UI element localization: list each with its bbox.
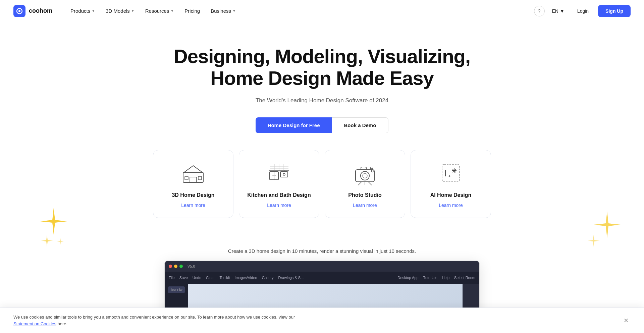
nav-item-3dmodels[interactable]: 3D Models ▼	[101, 5, 139, 16]
create-text: Create a 3D home design in 10 minutes, r…	[13, 248, 631, 254]
card-icon-ai	[419, 160, 483, 186]
nav-right: ? EN ▼ Login Sign Up	[534, 5, 631, 17]
close-icon: ✕	[624, 317, 629, 324]
svg-point-25	[371, 170, 373, 172]
cookie-close-button[interactable]: ✕	[621, 316, 631, 325]
card-title-ai: AI Home Design	[419, 192, 483, 199]
chevron-down-icon: ▼	[92, 9, 95, 13]
card-home3d[interactable]: 3D Home Design Learn more	[153, 150, 233, 218]
card-kitchen[interactable]: Kitchen and Bath Design Learn more	[239, 150, 319, 218]
svg-rect-29	[442, 164, 460, 182]
nav-item-pricing[interactable]: Pricing	[180, 5, 205, 16]
login-button[interactable]: Login	[572, 6, 594, 16]
chevron-down-icon: ▼	[560, 8, 565, 14]
logo[interactable]: coohom	[13, 5, 52, 17]
chevron-down-icon: ▼	[170, 9, 174, 13]
nav-item-products[interactable]: Products ▼	[66, 5, 100, 16]
cookie-link[interactable]: Statement on Cookies	[13, 321, 56, 326]
svg-point-2	[18, 10, 20, 12]
svg-rect-6	[198, 176, 202, 180]
card-link-photo[interactable]: Learn more	[353, 203, 377, 208]
svg-rect-24	[370, 167, 373, 169]
navigation: coohom Products ▼ 3D Models ▼ Resources …	[0, 0, 644, 22]
hero-title: Designing, Modeling, Visualizing, Home D…	[171, 46, 473, 89]
card-photo[interactable]: Photo Studio Learn more	[325, 150, 405, 218]
chevron-down-icon: ▼	[131, 9, 135, 13]
card-title-home3d: 3D Home Design	[161, 192, 225, 199]
svg-line-26	[358, 182, 362, 185]
hero-section: Designing, Modeling, Visualizing, Home D…	[0, 22, 644, 231]
book-demo-button[interactable]: Book a Demo	[332, 117, 389, 133]
brand-name: coohom	[29, 7, 52, 14]
svg-point-21	[361, 171, 369, 180]
card-link-home3d[interactable]: Learn more	[181, 203, 205, 208]
coohom-logo-icon	[13, 5, 25, 17]
chevron-down-icon: ▼	[232, 9, 236, 13]
card-ai[interactable]: AI Home Design Learn more	[411, 150, 491, 218]
home-design-free-button[interactable]: Home Design for Free	[256, 117, 332, 133]
svg-rect-4	[190, 177, 197, 182]
nav-links: Products ▼ 3D Models ▼ Resources ▼ Prici…	[66, 5, 534, 16]
signup-button[interactable]: Sign Up	[598, 5, 631, 17]
nav-item-business[interactable]: Business ▼	[206, 5, 240, 16]
card-icon-home3d	[161, 160, 225, 186]
svg-point-22	[363, 173, 367, 178]
card-icon-photo	[333, 160, 397, 186]
svg-rect-12	[280, 172, 288, 177]
svg-point-13	[283, 173, 285, 175]
nav-item-resources[interactable]: Resources ▼	[141, 5, 179, 16]
card-link-ai[interactable]: Learn more	[439, 203, 463, 208]
cookie-banner: We use cookies and similar tools to brin…	[0, 308, 644, 333]
svg-point-9	[273, 175, 274, 176]
card-link-kitchen[interactable]: Learn more	[267, 203, 291, 208]
svg-rect-11	[269, 170, 289, 171]
help-button[interactable]: ?	[534, 6, 545, 16]
card-title-photo: Photo Studio	[333, 192, 397, 199]
feature-cards: 3D Home Design Learn more	[121, 150, 523, 218]
svg-rect-23	[361, 167, 366, 170]
cookie-text: We use cookies and similar tools to brin…	[13, 314, 315, 327]
svg-point-10	[275, 175, 276, 176]
hero-buttons: Home Design for Free Book a Demo	[13, 117, 631, 133]
svg-line-28	[368, 182, 372, 185]
svg-rect-36	[445, 170, 446, 176]
card-icon-kitchen	[247, 160, 311, 186]
card-title-kitchen: Kitchen and Bath Design	[247, 192, 311, 199]
hero-subtitle: The World's Leading Home Design Software…	[13, 97, 631, 104]
language-selector[interactable]: EN ▼	[549, 6, 568, 16]
svg-rect-3	[183, 172, 203, 182]
svg-rect-5	[185, 176, 188, 180]
